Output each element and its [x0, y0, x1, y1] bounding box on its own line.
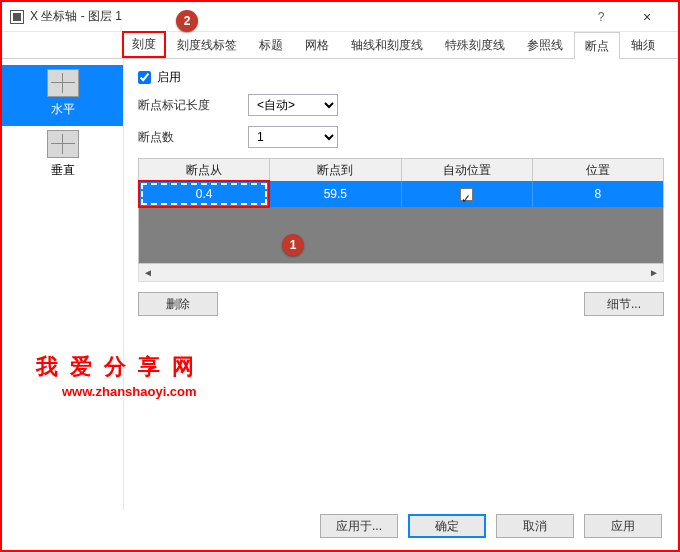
header-pos[interactable]: 位置: [533, 159, 663, 181]
annotation-badge-2: 2: [176, 10, 198, 32]
titlebar: X 坐标轴 - 图层 1 ? ×: [2, 2, 678, 32]
horizontal-axis-icon: [47, 69, 79, 97]
breaks-panel: 启用 断点标记长度 <自动> 断点数 1 断点从 断点到 自动位置 位置 0.4…: [124, 59, 678, 510]
auto-checkbox-icon[interactable]: [460, 188, 473, 201]
table-empty-area: [139, 207, 663, 263]
mark-len-select[interactable]: <自动>: [248, 94, 338, 116]
tab-reference[interactable]: 参照线: [516, 31, 574, 58]
app-icon: [10, 10, 24, 24]
cell-to[interactable]: 59.5: [270, 181, 401, 207]
tab-special[interactable]: 特殊刻度线: [434, 31, 516, 58]
header-from[interactable]: 断点从: [139, 159, 270, 181]
count-row: 断点数 1: [138, 126, 664, 148]
sidebar-item-vertical[interactable]: 垂直: [2, 126, 123, 187]
close-button[interactable]: ×: [624, 9, 670, 25]
axis-sidebar: 水平 垂直: [2, 59, 124, 510]
sidebar-item-label: 垂直: [51, 162, 75, 179]
horizontal-scrollbar[interactable]: ◄ ►: [138, 264, 664, 282]
window-title: X 坐标轴 - 图层 1: [30, 8, 578, 25]
scroll-right-icon[interactable]: ►: [645, 267, 663, 278]
breaks-table: 断点从 断点到 自动位置 位置 0.4 59.5 8: [138, 158, 664, 264]
dialog-body: 水平 垂直 启用 断点标记长度 <自动> 断点数 1 断点从 断点到 自动位置 …: [2, 59, 678, 510]
tab-tick-labels[interactable]: 刻度线标签: [166, 31, 248, 58]
tab-bar: 刻度 刻度线标签 标题 网格 轴线和刻度线 特殊刻度线 参照线 断点 轴须: [2, 32, 678, 59]
cell-pos[interactable]: 8: [533, 181, 663, 207]
cell-auto[interactable]: [402, 181, 533, 207]
scroll-left-icon[interactable]: ◄: [139, 267, 157, 278]
help-button[interactable]: ?: [578, 10, 624, 24]
apply-button[interactable]: 应用: [584, 514, 662, 538]
table-header: 断点从 断点到 自动位置 位置: [139, 159, 663, 181]
cancel-button[interactable]: 取消: [496, 514, 574, 538]
watermark-url: www.zhanshaoyi.com: [62, 384, 197, 399]
apply-to-button[interactable]: 应用于...: [320, 514, 398, 538]
enable-row: 启用: [138, 69, 664, 86]
mark-len-label: 断点标记长度: [138, 97, 248, 114]
enable-label: 启用: [157, 69, 181, 86]
tab-breaks[interactable]: 断点: [574, 32, 620, 59]
table-row[interactable]: 0.4 59.5 8: [139, 181, 663, 207]
header-auto[interactable]: 自动位置: [402, 159, 533, 181]
ok-button[interactable]: 确定: [408, 514, 486, 538]
enable-checkbox[interactable]: [138, 71, 151, 84]
header-to[interactable]: 断点到: [270, 159, 401, 181]
tab-scale[interactable]: 刻度: [122, 31, 166, 58]
sidebar-item-horizontal[interactable]: 水平: [2, 65, 123, 126]
cell-from[interactable]: 0.4: [139, 181, 270, 207]
annotation-badge-1: 1: [282, 234, 304, 256]
detail-button[interactable]: 细节...: [584, 292, 664, 316]
mark-len-row: 断点标记长度 <自动>: [138, 94, 664, 116]
tab-grid[interactable]: 网格: [294, 31, 340, 58]
dialog-footer: 应用于... 确定 取消 应用: [320, 514, 662, 538]
count-select[interactable]: 1: [248, 126, 338, 148]
tab-title[interactable]: 标题: [248, 31, 294, 58]
tab-lines[interactable]: 轴线和刻度线: [340, 31, 434, 58]
vertical-axis-icon: [47, 130, 79, 158]
tab-whisker[interactable]: 轴须: [620, 31, 666, 58]
count-label: 断点数: [138, 129, 248, 146]
delete-button[interactable]: 删除: [138, 292, 218, 316]
sidebar-item-label: 水平: [51, 101, 75, 118]
watermark-text: 我爱分享网: [36, 352, 206, 382]
table-button-row: 删除 细节...: [138, 292, 664, 316]
